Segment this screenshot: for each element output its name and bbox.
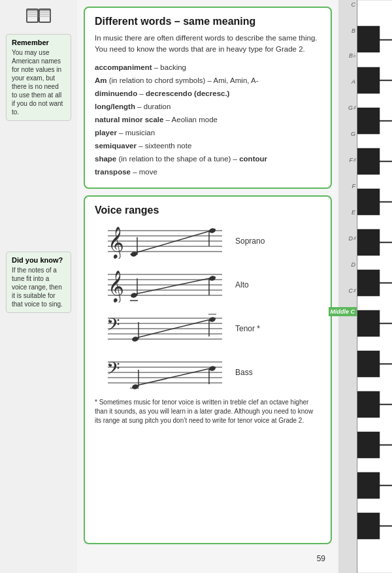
svg-rect-80 <box>357 270 380 296</box>
voice-footnote: * Sometimes music for tenor voice is wri… <box>95 398 321 425</box>
soprano-label: Soprano <box>235 237 265 246</box>
voice-ranges-title: Voice ranges <box>95 205 321 216</box>
svg-text:𝄞: 𝄞 <box>108 270 124 303</box>
term-am: Am (in relation to chord symbols) – Ami,… <box>95 75 321 86</box>
term-semiquaver: semiquaver – sixteenth note <box>95 140 321 151</box>
svg-rect-76 <box>357 108 380 134</box>
svg-point-21 <box>208 228 216 234</box>
svg-text:𝄢: 𝄢 <box>106 315 120 338</box>
svg-point-29 <box>130 293 137 299</box>
bass-staff: 𝄢 <box>95 354 225 390</box>
svg-point-45 <box>208 317 216 323</box>
page-number: 59 <box>84 551 332 566</box>
tenor-label: Tenor * <box>235 324 260 333</box>
soprano-row: 𝄞 Soprano <box>95 223 321 259</box>
note-label-g: G <box>351 131 355 137</box>
did-you-know-text: If the notes of a tune fit into a voice … <box>12 266 65 308</box>
note-label-dsharp: D♯ <box>349 235 356 242</box>
note-label-f: F <box>352 183 356 189</box>
term-shape: shape (in relation to the shape of a tun… <box>95 154 321 164</box>
voice-ranges-card: Voice ranges 𝄞 <box>84 195 332 544</box>
remember-box: Remember You may use American names for … <box>6 34 71 121</box>
term-diminuendo: diminuendo – decrescendo (decresc.) <box>95 88 321 99</box>
alto-staff: 𝄞 <box>95 267 225 303</box>
note-label-c-high: C <box>351 1 356 8</box>
note-label-d: D <box>351 261 356 268</box>
term-long: long/length – duration <box>95 101 321 112</box>
svg-point-58 <box>208 366 216 372</box>
term-player: player – musician <box>95 127 321 138</box>
svg-line-44 <box>137 318 216 338</box>
svg-point-42 <box>131 336 139 342</box>
svg-rect-1 <box>39 9 50 22</box>
middle-c-label: Middle C <box>329 307 357 316</box>
bass-label: Bass <box>235 368 253 377</box>
svg-point-54 <box>131 384 139 390</box>
did-you-know-title: Did you know? <box>12 256 65 264</box>
note-label-e: E <box>351 209 355 216</box>
alto-row: 𝄞 Alto <box>95 267 321 303</box>
remember-text: You may use American names for note valu… <box>12 48 65 116</box>
svg-rect-74 <box>357 26 380 52</box>
svg-rect-79 <box>357 229 380 255</box>
did-you-know-box: Did you know? If the notes of a tune fit… <box>6 252 71 313</box>
svg-rect-84 <box>357 432 380 458</box>
tenor-row: 𝄢 Tenor * <box>95 310 321 346</box>
term-natural-minor: natural minor scale – Aeolian mode <box>95 114 321 125</box>
note-label-bb: B♭ <box>349 52 355 59</box>
book-icon <box>25 5 52 28</box>
remember-title: Remember <box>12 39 65 46</box>
different-words-title: Different words – same meaning <box>95 16 321 27</box>
soprano-staff: 𝄞 <box>95 223 225 259</box>
svg-rect-81 <box>357 310 380 336</box>
svg-rect-78 <box>357 189 380 215</box>
tenor-staff: 𝄢 <box>95 310 225 346</box>
note-label-b: B <box>351 27 355 34</box>
note-label-a: A <box>351 78 355 85</box>
term-transpose: transpose – move <box>95 167 321 177</box>
different-words-card: Different words – same meaning In music … <box>84 7 332 189</box>
svg-rect-86 <box>357 513 380 539</box>
svg-rect-0 <box>27 9 38 22</box>
svg-rect-77 <box>357 148 380 174</box>
svg-rect-85 <box>357 472 380 499</box>
note-label-fsharp: F♯ <box>350 157 356 163</box>
bass-row: 𝄢 Bass <box>95 354 321 390</box>
svg-rect-83 <box>357 391 380 417</box>
alto-label: Alto <box>235 280 249 289</box>
note-label-csharp: C♯ <box>349 287 356 294</box>
svg-text:𝄞: 𝄞 <box>108 227 124 259</box>
svg-rect-82 <box>357 351 380 377</box>
svg-rect-75 <box>357 67 380 93</box>
note-label-gsharp: G♯ <box>348 105 355 111</box>
svg-point-33 <box>208 276 216 282</box>
svg-text:𝄢: 𝄢 <box>106 359 120 382</box>
term-accompaniment: accompaniment – backing <box>95 62 321 73</box>
different-words-intro: In music there are often different words… <box>95 33 321 56</box>
